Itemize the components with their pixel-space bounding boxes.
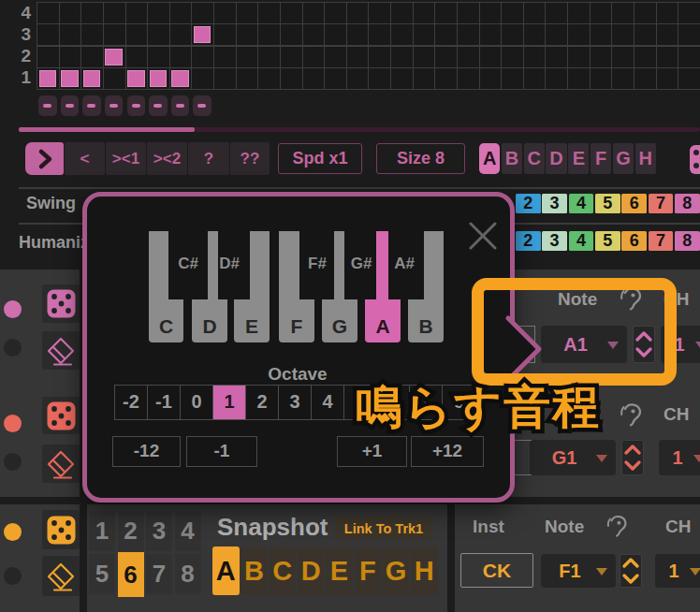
piano-black-key-Fs[interactable]: F#	[297, 255, 338, 273]
piano-black-key-As[interactable]: A#	[384, 255, 425, 273]
octave-button-0[interactable]: 0	[181, 386, 213, 419]
octave-button-2[interactable]: 2	[246, 386, 279, 419]
random-all-button[interactable]: ??	[230, 142, 270, 175]
pattern-button-A[interactable]: A	[479, 143, 500, 174]
ear-preview-icon[interactable]	[615, 399, 649, 432]
pad-button-7[interactable]: 7	[146, 554, 172, 594]
pitch-grid[interactable]	[36, 2, 700, 90]
track3-dice-button[interactable]	[42, 510, 80, 549]
step-number-cell[interactable]: 3	[542, 194, 567, 213]
grid-cell-active[interactable]	[194, 26, 211, 43]
grid-cell-active[interactable]	[61, 70, 79, 87]
track3-channel-select[interactable]: 1	[655, 554, 700, 588]
pattern-button-G[interactable]: G	[613, 143, 634, 174]
track3-mute-led[interactable]	[4, 567, 22, 585]
grid-cell-active[interactable]	[171, 70, 189, 87]
step-number-cell[interactable]: 2	[516, 194, 541, 213]
track1-mute-led[interactable]	[4, 339, 22, 357]
ear-preview-icon[interactable]	[602, 511, 634, 543]
piano-key-G[interactable]: G	[322, 299, 357, 342]
speed-button[interactable]: Spd x1	[278, 143, 362, 174]
step-number-cell[interactable]: 6	[621, 194, 647, 213]
track1-eraser-button[interactable]	[42, 331, 80, 370]
pattern-button-H[interactable]: H	[635, 143, 656, 174]
piano-key-E[interactable]: E	[234, 299, 270, 342]
step-number-cell[interactable]: 4	[569, 231, 594, 251]
octave-button--1[interactable]: -1	[148, 386, 181, 419]
track2-note-select[interactable]: G1	[530, 440, 616, 475]
step-toggle[interactable]	[171, 95, 190, 116]
track2-note-stepper[interactable]	[621, 440, 644, 475]
track2-active-led[interactable]	[4, 415, 22, 432]
octave-button-1[interactable]: 1	[213, 386, 246, 419]
pattern-button-B[interactable]: B	[502, 143, 522, 174]
pad-button-5[interactable]: 5	[89, 554, 115, 594]
snapshot-slot-A[interactable]: A	[212, 546, 240, 595]
grid-cell-active[interactable]	[39, 70, 57, 87]
piano-key-B[interactable]: B	[408, 299, 444, 342]
piano-black-key-Ds[interactable]: D#	[209, 255, 250, 273]
step-number-cell[interactable]: 3	[542, 231, 567, 251]
pattern-button-E[interactable]: E	[568, 143, 589, 174]
pad-button-1[interactable]: 1	[89, 511, 115, 551]
random-button[interactable]: ?	[188, 142, 229, 175]
piano-black-key-Gs[interactable]: G#	[341, 255, 382, 273]
step-number-cell[interactable]: 2	[516, 231, 541, 251]
step-number-cell[interactable]: 8	[675, 231, 700, 251]
track1-dice-button[interactable]	[42, 284, 80, 323]
step-number-cell[interactable]: 5	[595, 194, 620, 213]
step-number-cell[interactable]: 5	[595, 231, 620, 251]
track3-inst-button[interactable]: CK	[460, 553, 533, 588]
piano-key-stem-C[interactable]	[149, 231, 168, 299]
piano-key-stem-E[interactable]	[250, 231, 270, 299]
piano-key-F[interactable]: F	[279, 299, 314, 342]
octave-button--2[interactable]: -2	[115, 386, 148, 419]
grid-cell-active[interactable]	[127, 70, 145, 87]
track3-note-select[interactable]: F1	[541, 554, 616, 588]
piano-key-stem-B[interactable]	[424, 231, 444, 299]
piano-black-key-Cs[interactable]: C#	[168, 255, 209, 273]
transpose-minus1-button[interactable]: -1	[186, 436, 257, 467]
track2-mute-led[interactable]	[4, 453, 22, 471]
grid-cell-active[interactable]	[105, 49, 123, 66]
transpose-minus12-button[interactable]: -12	[112, 436, 181, 467]
snapshot-slot-G[interactable]: G	[383, 546, 410, 595]
track2-eraser-button[interactable]	[42, 444, 80, 483]
grid-cell-active[interactable]	[150, 70, 168, 87]
track3-note-stepper[interactable]	[620, 554, 642, 588]
track3-eraser-button[interactable]	[42, 556, 80, 596]
track2-dice-button[interactable]	[42, 397, 80, 434]
transpose-plus12-button[interactable]: +12	[411, 436, 484, 467]
loop-1-button[interactable]: ><1	[106, 142, 146, 175]
snapshot-slot-E[interactable]: E	[326, 546, 353, 595]
pad-button-8[interactable]: 8	[175, 554, 201, 594]
dice-button-partial[interactable]	[690, 145, 700, 174]
piano-key-C[interactable]: C	[149, 299, 183, 342]
step-number-cell[interactable]: 7	[649, 194, 674, 213]
loop-2-button[interactable]: ><2	[147, 142, 187, 175]
track1-active-led[interactable]	[4, 300, 22, 318]
pad-button-6[interactable]: 6	[118, 552, 144, 597]
size-button[interactable]: Size 8	[376, 143, 465, 174]
step-toggle[interactable]	[82, 95, 101, 116]
step-toggle[interactable]	[61, 95, 80, 116]
snapshot-slot-B[interactable]: B	[241, 546, 268, 595]
play-button[interactable]	[25, 142, 64, 175]
pad-button-3[interactable]: 3	[146, 511, 172, 551]
step-toggle[interactable]	[149, 95, 168, 116]
step-number-cell[interactable]: 7	[649, 231, 674, 251]
pattern-button-F[interactable]: F	[591, 143, 611, 174]
pad-button-2[interactable]: 2	[118, 511, 144, 551]
step-back-button[interactable]: <	[65, 142, 105, 175]
close-icon[interactable]	[466, 219, 500, 253]
snapshot-slot-H[interactable]: H	[411, 546, 438, 595]
step-number-cell[interactable]: 8	[675, 194, 700, 213]
pattern-button-C[interactable]: C	[524, 143, 545, 174]
step-toggle[interactable]	[127, 95, 146, 116]
piano-key-D[interactable]: D	[192, 299, 227, 342]
grid-cell-active[interactable]	[83, 70, 101, 87]
track3-active-led[interactable]	[4, 523, 22, 541]
pattern-button-D[interactable]: D	[546, 143, 566, 174]
step-toggle[interactable]	[193, 95, 211, 116]
snapshot-slot-D[interactable]: D	[298, 546, 325, 595]
